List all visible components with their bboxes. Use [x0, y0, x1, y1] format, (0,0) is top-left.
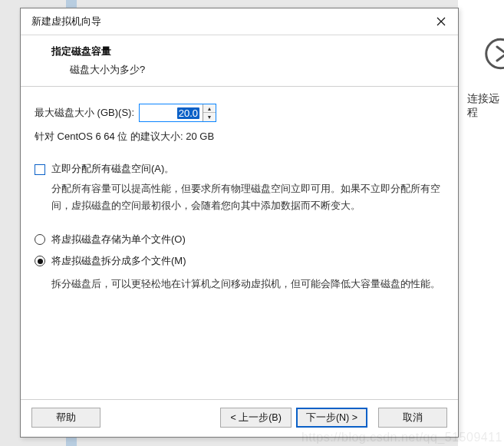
- background-label: 连接远程: [467, 92, 504, 120]
- store-split-radio[interactable]: [35, 256, 45, 266]
- header-subtitle: 磁盘大小为多少?: [51, 63, 449, 77]
- store-single-row[interactable]: 将虚拟磁盘存储为单个文件(O): [35, 233, 444, 246]
- disk-size-label: 最大磁盘大小 (GB)(S):: [35, 106, 134, 120]
- store-split-label: 将虚拟磁盘拆分成多个文件(M): [51, 254, 186, 268]
- allocate-now-row[interactable]: 立即分配所有磁盘空间(A)。: [35, 162, 444, 176]
- disk-size-row: 最大磁盘大小 (GB)(S): 20.0 ▲ ▼: [35, 104, 444, 122]
- spinner-down[interactable]: ▼: [203, 113, 216, 121]
- wizard-dialog: 新建虚拟机向导 指定磁盘容量 磁盘大小为多少? 最大磁盘大小 (GB)(S): …: [20, 8, 459, 438]
- store-split-row[interactable]: 将虚拟磁盘拆分成多个文件(M): [35, 254, 444, 268]
- back-button[interactable]: < 上一步(B): [220, 408, 291, 428]
- allocate-now-desc: 分配所有容量可以提高性能，但要求所有物理磁盘空间立即可用。如果不立即分配所有空间…: [51, 180, 444, 214]
- background-panel: 连接远程: [458, 0, 504, 446]
- store-single-radio[interactable]: [35, 234, 45, 245]
- store-split-desc: 拆分磁盘后，可以更轻松地在计算机之间移动虚拟机，但可能会降低大容量磁盘的性能。: [51, 276, 444, 292]
- spinner-buttons: ▲ ▼: [203, 104, 216, 121]
- close-button[interactable]: [430, 13, 452, 30]
- disk-size-value: 20.0: [177, 107, 199, 119]
- watermark: https://blog.csdn.net/qq_51509411: [301, 431, 502, 444]
- recommended-size-hint: 针对 CentOS 6 64 位 的建议大小: 20 GB: [35, 130, 444, 144]
- header: 指定磁盘容量 磁盘大小为多少?: [21, 35, 458, 83]
- allocate-now-label: 立即分配所有磁盘空间(A)。: [51, 162, 174, 176]
- disk-size-spinner[interactable]: 20.0 ▲ ▼: [139, 104, 216, 122]
- spinner-up[interactable]: ▲: [203, 104, 216, 113]
- titlebar: 新建虚拟机向导: [21, 8, 458, 35]
- help-button[interactable]: 帮助: [31, 408, 100, 428]
- header-title: 指定磁盘容量: [51, 45, 449, 58]
- store-single-label: 将虚拟磁盘存储为单个文件(O): [51, 233, 186, 246]
- allocate-now-checkbox[interactable]: [35, 164, 45, 175]
- dialog-title: 新建虚拟机向导: [31, 15, 101, 28]
- content-area: 最大磁盘大小 (GB)(S): 20.0 ▲ ▼ 针对 CentOS 6 64 …: [21, 87, 458, 399]
- connect-icon: [469, 31, 504, 77]
- next-button[interactable]: 下一步(N) >: [296, 408, 367, 428]
- disk-size-input[interactable]: 20.0: [140, 104, 203, 121]
- cancel-button[interactable]: 取消: [378, 408, 447, 428]
- svg-point-0: [486, 39, 504, 68]
